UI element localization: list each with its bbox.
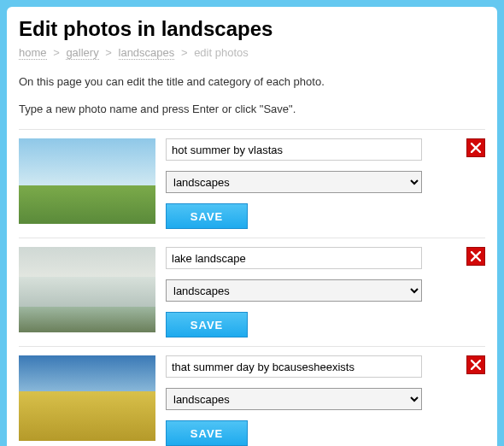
photo-row: landscapes SAVE: [19, 238, 485, 347]
close-icon: [471, 143, 481, 153]
intro-line-1: On this page you can edit the title and …: [19, 74, 485, 90]
photo-row: landscapes SAVE: [19, 130, 485, 238]
photo-fields: landscapes SAVE: [166, 355, 456, 446]
close-icon: [471, 251, 481, 261]
delete-button[interactable]: [466, 355, 485, 374]
save-button[interactable]: SAVE: [166, 420, 248, 446]
delete-button[interactable]: [466, 247, 485, 266]
breadcrumb-current: edit photos: [194, 46, 249, 59]
main-panel: Edit photos in landscapes home > gallery…: [7, 7, 497, 446]
breadcrumb-separator: >: [105, 46, 112, 59]
photo-thumbnail[interactable]: [19, 138, 155, 224]
breadcrumb: home > gallery > landscapes > edit photo…: [19, 46, 485, 59]
page-title: Edit photos in landscapes: [19, 17, 485, 41]
intro-line-2: Type a new photo name and press Enter or…: [19, 102, 485, 117]
photo-list: landscapes SAVE landscapes SAVE: [19, 129, 485, 446]
photo-row: landscapes SAVE: [19, 347, 485, 446]
photo-category-select[interactable]: landscapes: [166, 388, 422, 410]
breadcrumb-separator: >: [181, 46, 188, 59]
close-icon: [471, 360, 481, 370]
delete-button[interactable]: [466, 138, 485, 157]
photo-fields: landscapes SAVE: [166, 138, 456, 229]
save-button[interactable]: SAVE: [166, 203, 248, 229]
photo-title-input[interactable]: [166, 247, 422, 269]
photo-thumbnail[interactable]: [19, 355, 155, 441]
save-button[interactable]: SAVE: [166, 312, 248, 337]
photo-category-select[interactable]: landscapes: [166, 171, 422, 193]
breadcrumb-home[interactable]: home: [19, 46, 47, 60]
breadcrumb-gallery[interactable]: gallery: [66, 46, 98, 60]
breadcrumb-separator: >: [53, 46, 60, 59]
photo-title-input[interactable]: [166, 138, 422, 161]
photo-title-input[interactable]: [166, 355, 422, 378]
photo-fields: landscapes SAVE: [166, 247, 456, 337]
breadcrumb-landscapes[interactable]: landscapes: [119, 46, 175, 60]
photo-category-select[interactable]: landscapes: [166, 279, 422, 302]
photo-thumbnail[interactable]: [19, 247, 155, 332]
